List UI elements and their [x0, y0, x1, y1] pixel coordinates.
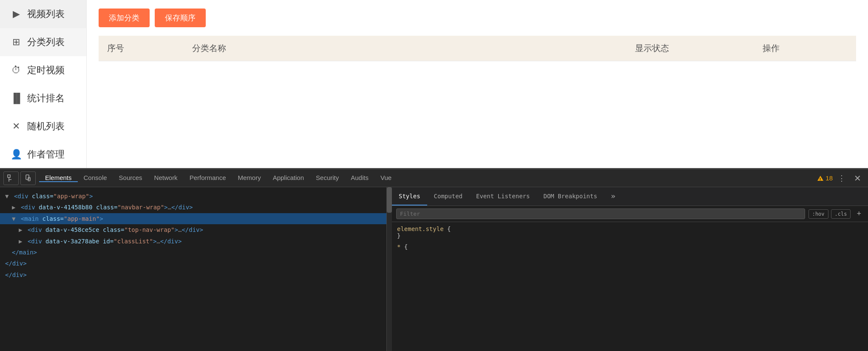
table-header-status: 显示状态: [635, 43, 763, 54]
tab-performance[interactable]: Performance: [184, 174, 232, 182]
svg-rect-0: [8, 175, 10, 177]
tab-security[interactable]: Security: [310, 174, 345, 182]
dom-line-selected: ▼ <main class="app-main">: [0, 213, 386, 224]
tab-application[interactable]: Application: [267, 174, 310, 182]
app-container: ▶ 视频列表 ⊞ 分类列表 ⏱ 定时视频 ▐▌ 统计排名 ✕ 随机列表 👤 作者…: [0, 0, 868, 168]
triangle-icon[interactable]: ▶: [12, 204, 15, 211]
statistics-icon: ▐▌: [10, 93, 22, 104]
tab-console[interactable]: Console: [78, 174, 113, 182]
styles-tab-dom-breakpoints[interactable]: DOM Breakpoints: [536, 187, 604, 205]
styles-filter-input[interactable]: [396, 208, 805, 219]
tab-sources[interactable]: Sources: [113, 174, 148, 182]
inspector-icon: [7, 174, 15, 182]
dom-line: </main>: [0, 247, 386, 258]
css-rule-close: }: [397, 232, 863, 239]
styles-panel: Styles Computed Event Listeners DOM Brea…: [392, 187, 868, 351]
video-list-icon: ▶: [10, 9, 22, 20]
hov-button[interactable]: :hov: [808, 209, 828, 219]
add-category-button[interactable]: 添加分类: [99, 9, 150, 27]
devtools-right-controls: ! 18 ⋮ ✕: [817, 171, 865, 185]
category-list-icon: ⊞: [10, 37, 22, 48]
triangle-icon[interactable]: ▼: [5, 193, 9, 200]
device-toggle-button[interactable]: [20, 171, 36, 185]
toolbar: 添加分类 保存顺序: [99, 9, 856, 27]
triangle-icon[interactable]: ▶: [19, 226, 22, 233]
devtools-more-button[interactable]: ⋮: [834, 172, 849, 185]
sidebar-label-author-management: 作者管理: [27, 148, 65, 161]
css-rule-star: * {: [397, 243, 863, 250]
dom-panel[interactable]: ▼ <div class="app-wrap"> ▶ <div data-v-4…: [0, 187, 387, 351]
styles-tab-more[interactable]: »: [604, 187, 622, 205]
dom-line: ▶ <div data-v-41458b80 class="navbar-wra…: [0, 202, 386, 213]
triangle-icon[interactable]: ▶: [19, 238, 22, 245]
add-style-rule-button[interactable]: +: [854, 208, 864, 219]
tab-vue[interactable]: Vue: [374, 174, 397, 182]
styles-tabs: Styles Computed Event Listeners DOM Brea…: [392, 187, 868, 206]
table-header-name: 分类名称: [192, 43, 635, 54]
styles-tab-styles[interactable]: Styles: [392, 187, 427, 205]
sidebar-label-random-list: 随机列表: [27, 120, 65, 133]
devtools-toolbar: Elements Console Sources Network Perform…: [0, 169, 868, 187]
devtools-panel: Elements Console Sources Network Perform…: [0, 168, 868, 351]
sidebar-label-category-list: 分类列表: [27, 36, 65, 49]
author-management-icon: 👤: [10, 149, 22, 160]
dom-line: </div>: [0, 258, 386, 269]
triangle-icon[interactable]: ▼: [12, 215, 15, 222]
table-header: 序号 分类名称 显示状态 操作: [99, 36, 856, 61]
tab-network[interactable]: Network: [148, 174, 184, 182]
sidebar-item-category-list[interactable]: ⊞ 分类列表: [0, 28, 86, 56]
sidebar-label-statistics: 统计排名: [27, 92, 65, 105]
warning-count: 18: [825, 174, 833, 182]
styles-filter-buttons: :hov .cls: [808, 209, 851, 219]
tab-audits[interactable]: Audits: [345, 174, 374, 182]
device-icon: [24, 174, 32, 182]
sidebar-item-author-management[interactable]: 👤 作者管理: [0, 140, 86, 168]
warning-icon: !: [817, 175, 824, 182]
sidebar-item-random-list[interactable]: ✕ 随机列表: [0, 112, 86, 140]
scheduled-video-icon: ⏱: [10, 65, 22, 76]
scrollbar-thumb: [387, 187, 392, 213]
sidebar-label-video-list: 视频列表: [27, 8, 65, 20]
dom-line: ▶ <div data-v-458ce5ce class="top-nav-wr…: [0, 224, 386, 235]
dom-scrollbar[interactable]: [387, 187, 392, 351]
styles-tab-event-listeners[interactable]: Event Listeners: [469, 187, 536, 205]
table-header-actions: 操作: [763, 43, 848, 54]
devtools-close-button[interactable]: ✕: [851, 171, 865, 185]
styles-content: element.style { } * {: [392, 222, 868, 351]
table-header-index: 序号: [107, 43, 192, 54]
main-content: 添加分类 保存顺序 序号 分类名称 显示状态 操作: [87, 0, 868, 168]
css-selector-element: element.style {: [397, 225, 863, 232]
random-list-icon: ✕: [10, 121, 22, 132]
devtools-body: ▼ <div class="app-wrap"> ▶ <div data-v-4…: [0, 187, 868, 351]
tab-memory[interactable]: Memory: [232, 174, 267, 182]
warning-badge: ! 18: [817, 174, 833, 182]
svg-text:!: !: [820, 177, 821, 181]
dom-line: ▶ <div data-v-3a278abe id="classList">…<…: [0, 236, 386, 247]
sidebar-label-scheduled-video: 定时视频: [27, 64, 65, 77]
inspector-button[interactable]: [3, 171, 19, 185]
css-selector-star: * {: [397, 243, 863, 250]
dom-line: ▼ <div class="app-wrap">: [0, 191, 386, 202]
save-order-button[interactable]: 保存顺序: [155, 9, 206, 27]
styles-filter-bar: :hov .cls +: [392, 206, 868, 222]
sidebar-item-scheduled-video[interactable]: ⏱ 定时视频: [0, 56, 86, 84]
sidebar-item-statistics[interactable]: ▐▌ 统计排名: [0, 84, 86, 112]
dom-line: </div>: [0, 269, 386, 280]
css-rule-element: element.style { }: [397, 225, 863, 239]
styles-tab-computed[interactable]: Computed: [427, 187, 469, 205]
sidebar: ▶ 视频列表 ⊞ 分类列表 ⏱ 定时视频 ▐▌ 统计排名 ✕ 随机列表 👤 作者…: [0, 0, 87, 168]
cls-button[interactable]: .cls: [831, 209, 851, 219]
devtools-tabs: Elements Console Sources Network Perform…: [39, 174, 817, 182]
tab-elements[interactable]: Elements: [39, 174, 78, 182]
sidebar-item-video-list[interactable]: ▶ 视频列表: [0, 0, 86, 28]
